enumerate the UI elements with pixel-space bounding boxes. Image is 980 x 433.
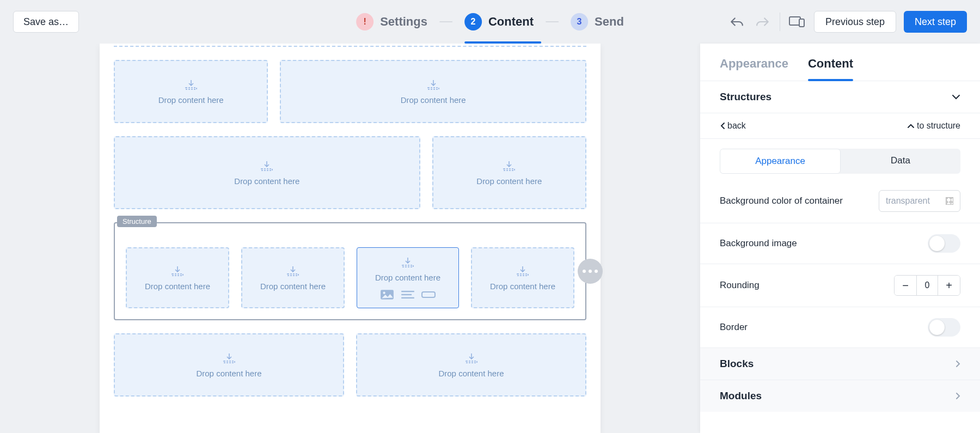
nav-to-structure-label: to structure (917, 121, 960, 131)
rounding-label: Rounding (720, 280, 759, 291)
rounding-stepper: − 0 + (894, 275, 960, 296)
drop-zone[interactable]: Drop content here (241, 247, 345, 308)
drop-label: Drop content here (401, 95, 466, 105)
svg-rect-14 (422, 292, 435, 297)
svg-rect-16 (224, 361, 235, 363)
svg-rect-4 (261, 169, 272, 170)
divider (780, 13, 780, 31)
canvas-wrap: Drop content here Drop content here Drop… (0, 44, 700, 433)
drop-label: Drop content here (145, 282, 210, 291)
structure-border: Drop content here Drop content here Drop… (114, 222, 586, 320)
border-toggle[interactable] (928, 318, 960, 337)
drop-label: Drop content here (158, 95, 224, 105)
step-content[interactable]: 2 Content (464, 13, 534, 31)
ctrl-bg-color: Background color of container transparen… (700, 179, 980, 223)
tab-content[interactable]: Content (808, 57, 853, 81)
rounding-decrement[interactable]: − (895, 276, 916, 295)
svg-rect-5 (504, 169, 514, 170)
transparent-swatch-icon (946, 197, 953, 205)
drop-icon (222, 352, 236, 364)
drop-icon (260, 160, 274, 172)
accordion-structures[interactable]: Structures (700, 81, 980, 113)
canvas-edge (114, 44, 586, 47)
screen-preview-icon[interactable] (788, 13, 806, 31)
step-number: 3 (571, 13, 588, 31)
drop-label: Drop content here (260, 282, 326, 291)
drop-zone[interactable]: Drop content here (432, 136, 586, 209)
drop-icon (502, 160, 516, 172)
drop-zone[interactable]: Drop content here (126, 247, 229, 308)
drop-icon (286, 265, 300, 277)
bg-color-value: transparent (886, 196, 930, 206)
step-label: Content (488, 15, 534, 29)
redo-icon[interactable] (754, 13, 772, 31)
drop-label: Drop content here (438, 369, 504, 378)
nav-back[interactable]: back (720, 121, 746, 131)
svg-rect-3 (428, 88, 439, 89)
step-separator (546, 21, 559, 22)
image-icon[interactable] (380, 290, 394, 300)
svg-rect-6 (172, 274, 183, 276)
step-label: Settings (380, 15, 427, 29)
rounding-value[interactable]: 0 (916, 276, 938, 295)
seg-data[interactable]: Data (841, 149, 960, 174)
bg-image-label: Background image (720, 238, 797, 249)
workspace: Drop content here Drop content here Drop… (0, 44, 980, 433)
svg-rect-17 (466, 361, 477, 363)
undo-icon[interactable] (727, 13, 746, 31)
accordion-label: Structures (720, 91, 771, 103)
structure-row[interactable]: Structure Drop content here Drop content… (114, 222, 586, 320)
drop-label: Drop content here (476, 176, 542, 186)
accordion-blocks[interactable]: Blocks (700, 348, 980, 380)
step-label: Send (595, 15, 624, 29)
sidebar: Appearance Content Structures back to st… (700, 44, 980, 433)
row-two-columns[interactable]: Drop content here Drop content here (114, 136, 586, 209)
row-two-columns-equal[interactable]: Drop content here Drop content here (114, 333, 586, 397)
svg-point-10 (383, 291, 385, 294)
save-as-button[interactable]: Save as… (13, 11, 79, 33)
drop-zone[interactable]: Drop content here (114, 60, 268, 123)
bg-image-toggle[interactable] (928, 234, 960, 253)
step-send[interactable]: 3 Send (571, 13, 624, 31)
step-settings[interactable]: ! Settings (356, 13, 427, 31)
seg-appearance[interactable]: Appearance (720, 149, 841, 174)
rounding-increment[interactable]: + (938, 276, 960, 295)
border-label: Border (720, 322, 748, 333)
accordion-modules[interactable]: Modules (700, 380, 980, 412)
ctrl-rounding: Rounding − 0 + (700, 264, 980, 307)
topbar: Save as… ! Settings 2 Content 3 Send Pre… (0, 0, 980, 44)
svg-rect-8 (402, 265, 413, 267)
chevron-down-icon (952, 94, 960, 100)
drop-zone[interactable]: Drop content here (356, 333, 586, 397)
ctrl-bg-image: Background image (700, 223, 980, 264)
tab-appearance[interactable]: Appearance (720, 57, 788, 81)
chevron-right-icon (955, 360, 960, 368)
button-block-icon[interactable] (421, 290, 436, 300)
svg-rect-15 (517, 274, 528, 276)
nav-to-structure[interactable]: to structure (907, 121, 960, 131)
structure-actions-icon[interactable] (578, 259, 603, 284)
segmented-control: Appearance Data (700, 139, 980, 179)
structure-tag: Structure (117, 216, 157, 227)
drop-zone[interactable]: Drop content here (114, 333, 344, 397)
chevron-up-icon (907, 123, 915, 129)
next-step-button[interactable]: Next step (904, 11, 967, 33)
text-icon[interactable] (401, 290, 415, 300)
nav-back-label: back (727, 121, 746, 131)
step-separator (439, 21, 452, 22)
ctrl-border: Border (700, 307, 980, 348)
alert-icon: ! (356, 13, 373, 31)
drop-zone-selected[interactable]: Drop content here (357, 247, 459, 308)
drop-icon (170, 265, 185, 277)
drop-label: Drop content here (234, 176, 299, 186)
drop-zone[interactable]: Drop content here (280, 60, 586, 123)
right-tools: Previous step Next step (727, 11, 967, 33)
canvas[interactable]: Drop content here Drop content here Drop… (100, 44, 601, 433)
row-two-columns[interactable]: Drop content here Drop content here (114, 60, 586, 123)
drop-zone[interactable]: Drop content here (471, 247, 574, 308)
drop-icon (516, 265, 530, 277)
bg-color-input[interactable]: transparent (879, 190, 960, 212)
drop-icon (184, 79, 198, 91)
drop-zone[interactable]: Drop content here (114, 136, 420, 209)
previous-step-button[interactable]: Previous step (814, 11, 896, 33)
